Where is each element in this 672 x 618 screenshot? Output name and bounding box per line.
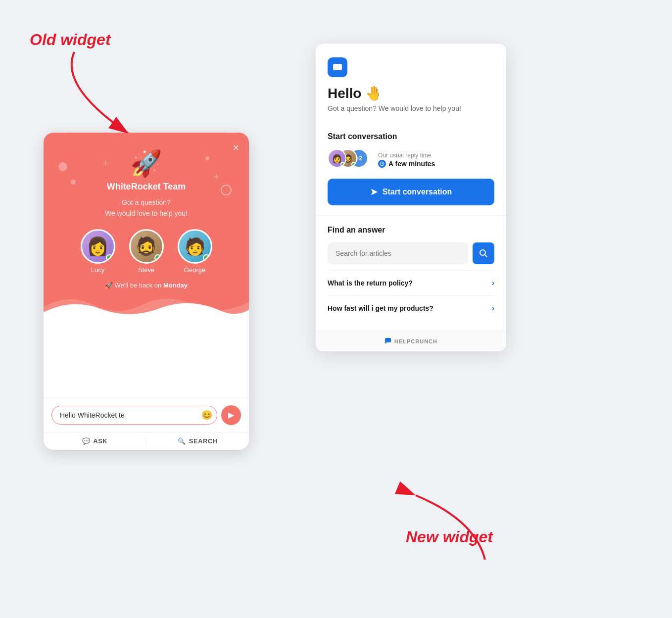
old-widget-body [44, 319, 249, 398]
new-widget-subtitle: Got a question? We would love to help yo… [328, 104, 494, 112]
new-agents-row: 👩 🧔 +2 Our usual reply time [328, 149, 494, 171]
search-button[interactable] [473, 242, 494, 264]
chevron-icon-2: › [492, 304, 494, 313]
svg-rect-7 [385, 338, 391, 342]
nav-ask[interactable]: 💬 ASK [44, 437, 146, 445]
nav-search[interactable]: 🔍 SEARCH [146, 437, 249, 445]
footer-brand: HELPCRUNCH [394, 338, 437, 344]
send-icon: ▶ [228, 410, 234, 420]
old-message-input[interactable] [51, 406, 217, 425]
agent-steve: 🧔 Steve [129, 229, 164, 274]
search-nav-icon: 🔍 [178, 437, 186, 445]
chat-icon: 💬 [82, 437, 91, 445]
new-widget-greeting: Hello 🤚 [328, 85, 494, 101]
close-button[interactable]: × [233, 142, 239, 154]
arrow-old [45, 47, 134, 141]
find-answer-title: Find an answer [328, 226, 494, 235]
start-conversation-section: Start conversation 👩 🧔 +2 Our usual repl… [316, 122, 506, 216]
old-subtitle: Got a question? We would love to help yo… [55, 197, 237, 219]
reply-time: A few minutes [378, 160, 435, 168]
old-agents-row: 👩 Lucy 🧔 Steve 🧑 George [55, 229, 237, 274]
old-back-message: 🚀 We'll be back on Monday [55, 282, 237, 289]
agent-lucy: 👩 Lucy [81, 229, 115, 274]
send-arrow-icon: ➤ [370, 187, 378, 197]
faq-item-1-text: What is the return policy? [328, 279, 413, 287]
new-agent-1: 👩 [328, 149, 346, 168]
reply-info: Our usual reply time A few minutes [378, 152, 435, 168]
faq-item-2[interactable]: How fast will i get my products? › [328, 295, 494, 321]
old-team-name: WhiteRocket Team [55, 182, 237, 192]
arrow-new [406, 490, 495, 565]
old-send-button[interactable]: ▶ [221, 405, 241, 425]
chevron-icon-1: › [492, 279, 494, 287]
helpcrunch-icon [328, 57, 347, 77]
reply-label: Our usual reply time [378, 152, 435, 159]
old-input-area: 😊 ▶ [44, 398, 249, 432]
search-icon [479, 249, 488, 258]
agent-george: 🧑 George [178, 229, 212, 274]
start-conversation-title: Start conversation [328, 132, 494, 141]
search-input[interactable] [328, 242, 469, 264]
new-agents-avatars: 👩 🧔 +2 [328, 149, 372, 171]
svg-line-6 [485, 255, 487, 257]
old-widget-header: + + × 🚀 WhiteRocket Team Got a question?… [44, 133, 249, 319]
start-conversation-button[interactable]: ➤ Start conversation [328, 179, 494, 205]
old-nav: 💬 ASK 🔍 SEARCH [44, 432, 249, 450]
search-row [328, 242, 494, 264]
rocket-icon: 🚀 [55, 148, 237, 179]
emoji-button[interactable]: 😊 [201, 410, 212, 421]
faq-item-1[interactable]: What is the return policy? › [328, 270, 494, 295]
faq-item-2-text: How fast will i get my products? [328, 304, 433, 312]
clock-icon [378, 160, 386, 168]
new-widget-header: Hello 🤚 Got a question? We would love to… [316, 44, 506, 122]
find-answer-section: Find an answer What is the return policy… [316, 216, 506, 331]
old-widget: + + × 🚀 WhiteRocket Team Got a question?… [44, 133, 249, 450]
old-widget-label: Old widget [30, 31, 111, 49]
new-widget: Hello 🤚 Got a question? We would love to… [316, 44, 506, 351]
new-widget-footer: HELPCRUNCH [316, 331, 506, 351]
helpcrunch-footer-icon [384, 337, 391, 345]
old-input-wrap: 😊 [51, 406, 217, 425]
